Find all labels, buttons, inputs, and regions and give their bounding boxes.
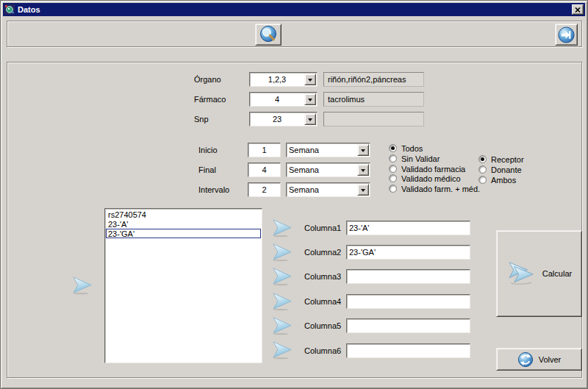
inicio-label: Inicio <box>198 143 218 157</box>
radio-validado-farm-med-label[interactable]: Validado farm. + méd. <box>401 185 480 193</box>
radio-sin-validar-label[interactable]: Sin Validar <box>401 154 440 163</box>
exit-button[interactable] <box>555 24 578 46</box>
snp-label: Snp <box>194 112 209 126</box>
calcular-double-arrow-icon <box>506 261 537 286</box>
list-item[interactable]: 23-'A' <box>106 219 261 229</box>
organo-combo-value: 1,2,3 <box>251 74 304 85</box>
volver-refresh-icon <box>517 351 534 368</box>
app-icon <box>4 4 15 15</box>
columna6-label: Columna6 <box>304 343 341 358</box>
columna6-arrow-button[interactable] <box>271 340 293 360</box>
radio-row-ambos: Ambos <box>478 175 516 185</box>
calcular-label: Calcular <box>542 269 572 278</box>
radio-receptor-label[interactable]: Receptor <box>491 155 524 164</box>
radio-validado-medico[interactable] <box>389 174 397 182</box>
columna5-input[interactable] <box>346 318 470 333</box>
radio-validado-medico-label[interactable]: Validado médico <box>401 174 461 183</box>
columna1-label: Columna1 <box>304 221 341 235</box>
datos-window: Datos Órgano 1,2,3 <box>0 0 588 389</box>
search-button[interactable] <box>255 24 282 46</box>
final-unit-combo[interactable]: Semana <box>286 163 370 177</box>
columna1-input[interactable] <box>346 221 470 235</box>
final-unit-value: Semana <box>289 164 356 176</box>
columna5-label: Columna5 <box>304 318 341 333</box>
window-title: Datos <box>18 5 572 14</box>
arrow-right-icon <box>271 218 293 238</box>
columna4-input[interactable] <box>346 294 470 309</box>
final-unit-dropdown-button[interactable] <box>357 164 369 176</box>
close-icon <box>575 7 581 13</box>
chevron-down-icon <box>308 79 312 82</box>
list-item[interactable]: rs2740574 <box>106 210 261 219</box>
columna2-arrow-button[interactable] <box>271 243 293 262</box>
arrow-right-icon <box>271 340 293 360</box>
radio-validado-farm-med[interactable] <box>389 185 397 193</box>
radio-row-validado-medico: Validado médico <box>389 174 461 183</box>
chevron-down-icon <box>308 99 312 101</box>
search-icon <box>259 25 278 44</box>
arrow-right-icon <box>271 243 293 262</box>
final-input[interactable] <box>248 163 281 177</box>
radio-row-donante: Donante <box>478 165 522 174</box>
radio-sin-validar[interactable] <box>389 154 397 163</box>
organo-combo[interactable]: 1,2,3 <box>249 72 318 87</box>
farmaco-combo-value: 4 <box>251 93 304 105</box>
columna3-label: Columna3 <box>304 269 341 284</box>
main-panel: Órgano 1,2,3 riñón,riñón2,páncreas Fárma… <box>7 62 582 378</box>
inicio-input[interactable] <box>248 143 281 157</box>
farmaco-combo[interactable]: 4 <box>249 92 318 107</box>
close-button[interactable] <box>572 4 584 15</box>
organo-dropdown-button[interactable] <box>304 74 316 85</box>
farmaco-dropdown-button[interactable] <box>304 93 316 105</box>
radio-row-sin-validar: Sin Validar <box>389 154 440 163</box>
intervalo-unit-value: Semana <box>289 184 356 196</box>
final-label: Final <box>198 163 216 177</box>
columna4-arrow-button[interactable] <box>271 292 293 311</box>
list-item[interactable]: 23-'GA' <box>106 229 261 238</box>
organo-label: Órgano <box>194 72 221 87</box>
columna5-arrow-button[interactable] <box>271 316 293 335</box>
calcular-button[interactable]: Calcular <box>496 230 582 317</box>
columna3-input[interactable] <box>346 269 470 284</box>
volver-button[interactable]: Volver <box>496 348 582 371</box>
inicio-unit-value: Semana <box>289 144 356 156</box>
columna2-input[interactable] <box>346 245 470 260</box>
intervalo-unit-dropdown-button[interactable] <box>357 184 369 196</box>
radio-row-receptor: Receptor <box>478 154 524 164</box>
organo-detail-field: riñón,riñón2,páncreas <box>323 72 424 87</box>
radio-receptor[interactable] <box>478 155 487 163</box>
exit-icon <box>557 26 576 44</box>
snp-combo[interactable]: 23 <box>249 112 318 126</box>
toolbar-panel <box>7 21 582 47</box>
transfer-all-arrow-button[interactable] <box>71 276 93 295</box>
farmaco-detail-field: tacrolimus <box>323 92 424 107</box>
arrow-right-icon <box>271 292 293 311</box>
chevron-down-icon <box>361 149 365 152</box>
snp-listbox[interactable]: rs2740574 23-'A' 23-'GA' <box>104 208 262 363</box>
intervalo-label: Intervalo <box>198 182 229 197</box>
chevron-down-icon <box>361 189 365 192</box>
columna4-label: Columna4 <box>304 294 341 309</box>
chevron-down-icon <box>308 118 312 121</box>
arrow-right-icon <box>271 316 293 335</box>
snp-dropdown-button[interactable] <box>304 113 316 125</box>
columna1-arrow-button[interactable] <box>271 218 293 238</box>
radio-validado-farmacia[interactable] <box>389 165 397 173</box>
radio-todos-label[interactable]: Todos <box>401 144 423 153</box>
radio-ambos-label[interactable]: Ambos <box>491 176 516 185</box>
chevron-down-icon <box>361 169 365 172</box>
inicio-unit-combo[interactable]: Semana <box>286 143 370 157</box>
columna3-arrow-button[interactable] <box>271 267 293 286</box>
inicio-unit-dropdown-button[interactable] <box>357 144 369 156</box>
arrow-right-icon <box>71 276 93 295</box>
intervalo-input[interactable] <box>248 182 281 197</box>
intervalo-unit-combo[interactable]: Semana <box>286 182 370 197</box>
radio-row-validado-farmacia: Validado farmacia <box>389 164 465 174</box>
radio-donante[interactable] <box>478 165 487 174</box>
radio-row-todos: Todos <box>389 143 423 153</box>
radio-ambos[interactable] <box>478 176 487 184</box>
radio-todos[interactable] <box>389 144 397 152</box>
radio-validado-farmacia-label[interactable]: Validado farmacia <box>401 165 465 174</box>
radio-donante-label[interactable]: Donante <box>491 165 522 174</box>
columna6-input[interactable] <box>346 343 470 358</box>
